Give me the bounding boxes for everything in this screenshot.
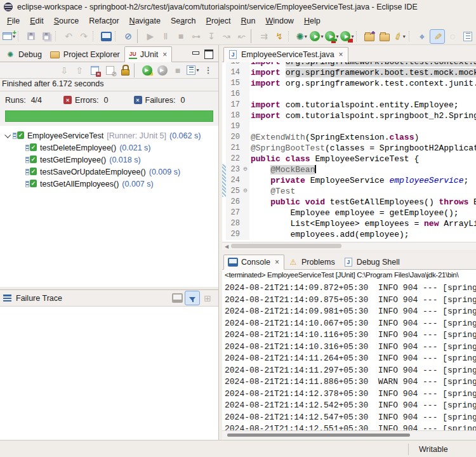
- redo-button[interactable]: ↷: [76, 29, 91, 44]
- step-into-button[interactable]: ↧: [204, 29, 219, 44]
- close-icon[interactable]: ×: [162, 51, 167, 58]
- scroll-lock-button[interactable]: [117, 63, 133, 77]
- junit-test-row[interactable]: testGetAllEmployees()(0.007 s): [0, 178, 218, 190]
- next-annotation-button[interactable]: ◌: [445, 29, 460, 44]
- menu-refactor[interactable]: Refactor: [84, 15, 124, 27]
- runs-label: Runs:: [5, 96, 26, 105]
- menu-navigate[interactable]: Navigate: [124, 15, 166, 27]
- step-over-button[interactable]: ↝: [219, 29, 234, 44]
- mark-occurrences-button[interactable]: ✎: [430, 29, 445, 44]
- menu-search[interactable]: Search: [166, 15, 201, 27]
- tab-employeeservicetest-java[interactable]: EmployeeServiceTest.java×: [223, 47, 348, 62]
- fold-minus-icon[interactable]: ⊖: [241, 186, 249, 197]
- menu-help[interactable]: Help: [299, 15, 326, 27]
- coverage-button[interactable]: ▾: [324, 29, 340, 44]
- suspend-button[interactable]: Ⅱ: [158, 29, 173, 44]
- open-type-button[interactable]: [362, 29, 377, 44]
- dropdown-arrow-icon[interactable]: ▾: [351, 34, 354, 39]
- resume-icon: ▶: [147, 32, 154, 41]
- console-hscrollbar[interactable]: [222, 430, 476, 440]
- test-history-button[interactable]: ▾: [185, 63, 201, 77]
- debug-button[interactable]: ✺▾: [294, 29, 309, 44]
- undo-icon: ↶: [65, 32, 72, 41]
- junit-icon: JU: [129, 50, 137, 59]
- open-resource-button[interactable]: [377, 29, 392, 44]
- failure-trace-toolbar: ⊞: [169, 291, 215, 305]
- run-last-icon: ⇉: [260, 32, 268, 41]
- tab-problems[interactable]: ⚠Problems: [284, 255, 340, 269]
- save-button[interactable]: [23, 29, 39, 44]
- skip-breakpoints-button[interactable]: ⊘: [121, 29, 136, 44]
- code-text: public void testGetAllEmployees() throws…: [249, 197, 476, 208]
- undo-button[interactable]: ↶: [61, 29, 76, 44]
- filter-stack-button[interactable]: [185, 291, 200, 305]
- next-failed-test-button[interactable]: ⇩: [56, 63, 72, 77]
- search-button[interactable]: ✐▾: [392, 29, 407, 44]
- line-number: 28: [226, 218, 241, 229]
- minimize-view-button[interactable]: [192, 51, 199, 58]
- tab-debug-shell[interactable]: Debug Shell: [340, 255, 404, 269]
- rerun-failed-button[interactable]: [155, 63, 170, 77]
- fold-minus-icon[interactable]: ⊖: [241, 164, 249, 175]
- editor-hscrollbar[interactable]: ◀: [222, 242, 476, 250]
- open-view-button[interactable]: [460, 29, 475, 44]
- open-console-button[interactable]: [98, 29, 114, 44]
- next-annotation-icon: ◌: [450, 32, 455, 41]
- disconnect-button[interactable]: ⊶: [188, 29, 204, 44]
- last-edit-location-button[interactable]: ⌖: [414, 29, 430, 44]
- menu-project[interactable]: Project: [201, 15, 236, 27]
- junit-test-row[interactable]: testSaveOrUpdateEmployee()(0.009 s): [0, 166, 218, 178]
- resume-button[interactable]: ▶: [143, 29, 158, 44]
- dropdown-arrow-icon[interactable]: ▾: [321, 34, 323, 39]
- tab-debug[interactable]: ✺Debug: [1, 48, 46, 62]
- fold-gap: [241, 67, 249, 78]
- skipped-only-button[interactable]: [102, 63, 117, 77]
- save-all-button[interactable]: [39, 29, 54, 44]
- junit-test-row[interactable]: testDeleteEmployee()(0.021 s): [0, 142, 218, 154]
- failures-only-button[interactable]: [87, 63, 102, 77]
- terminate-button[interactable]: ■: [173, 29, 188, 44]
- fold-gap: [241, 110, 249, 121]
- profile-button[interactable]: ▾: [340, 29, 355, 44]
- close-icon[interactable]: ×: [339, 51, 343, 58]
- junit-suite-row[interactable]: EmployeeServiceTest[Runner: JUnit 5](0.0…: [0, 129, 218, 142]
- code-line: 13import org.springframework.boot.test.c…: [222, 62, 476, 67]
- dropdown-arrow-icon[interactable]: ▾: [305, 34, 307, 39]
- chevron-down-icon[interactable]: [4, 132, 11, 138]
- scroll-left-icon[interactable]: ◀: [222, 244, 231, 249]
- menu-file[interactable]: File: [2, 15, 25, 27]
- stop-test-button[interactable]: ■: [170, 63, 185, 77]
- folder-icon: [50, 51, 60, 59]
- step-filters-button[interactable]: ↯: [272, 29, 287, 44]
- console-output[interactable]: 2024-08-21T21:14:09.872+05:30 INFO 904 -…: [222, 282, 476, 430]
- maximize-view-button[interactable]: [204, 50, 213, 59]
- editor-hscroll-track[interactable]: [231, 242, 476, 250]
- junit-test-row[interactable]: testGetEmployee()(0.018 s): [0, 154, 218, 166]
- tab-junit[interactable]: JUJUnit×: [124, 46, 172, 62]
- compare-result-button[interactable]: ⊞: [200, 291, 215, 305]
- rerun-test-button[interactable]: [140, 63, 155, 77]
- tab-console[interactable]: Console×: [223, 255, 284, 270]
- previous-failed-test-button[interactable]: ⇧: [72, 63, 87, 77]
- code-editor[interactable]: 13import org.springframework.boot.test.c…: [222, 62, 476, 242]
- menu-window[interactable]: Window: [260, 15, 298, 27]
- editor-hscroll-thumb[interactable]: [231, 244, 341, 248]
- failure-trace-body[interactable]: [0, 307, 218, 440]
- run-button[interactable]: ▾: [309, 29, 324, 44]
- junit-test-tree[interactable]: EmployeeServiceTest[Runner: JUnit 5](0.0…: [0, 126, 218, 287]
- dropdown-arrow-icon[interactable]: ▾: [196, 67, 199, 73]
- code-text: import com.tutorialspoint.springboot_h2.…: [249, 110, 476, 121]
- menu-edit[interactable]: Edit: [25, 15, 49, 27]
- dropdown-arrow-icon[interactable]: ▾: [13, 34, 15, 39]
- console-hscroll-thumb[interactable]: [227, 434, 410, 437]
- menu-run[interactable]: Run: [235, 15, 260, 27]
- run-last-button[interactable]: ⇉: [256, 29, 272, 44]
- step-return-button[interactable]: ↜: [234, 29, 249, 44]
- tab-project-explorer[interactable]: Project Explorer: [46, 48, 124, 62]
- new-wizard-button[interactable]: ▾: [1, 29, 17, 44]
- show-trace-console-button[interactable]: [169, 291, 185, 305]
- view-menu-button[interactable]: ⋮: [201, 63, 216, 77]
- menu-source[interactable]: Source: [49, 15, 84, 27]
- close-icon[interactable]: ×: [275, 259, 279, 265]
- dropdown-arrow-icon[interactable]: ▾: [336, 34, 338, 39]
